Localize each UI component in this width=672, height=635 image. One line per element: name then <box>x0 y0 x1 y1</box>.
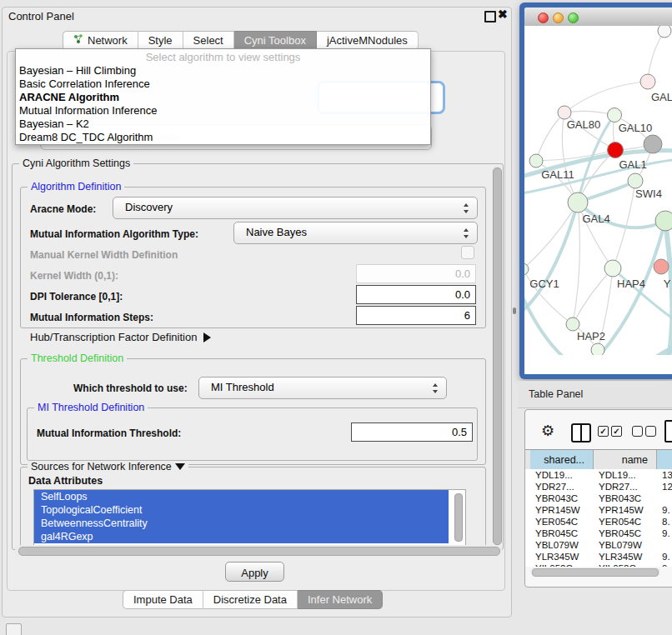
table-mode-icon[interactable] <box>664 420 672 442</box>
network-node-GAL10[interactable] <box>608 108 622 122</box>
checked-checkbox-icon[interactable]: ✓ <box>611 426 622 437</box>
table-cell: YLR345W <box>535 551 579 562</box>
column-header-shared[interactable]: shared... <box>530 450 594 470</box>
network-edge-thick[interactable] <box>524 202 578 314</box>
mi-steps-field[interactable] <box>356 306 476 325</box>
manual-kernel-width-checkbox[interactable] <box>461 246 474 259</box>
table-row[interactable]: YDR27...YDR27...12 <box>525 481 672 492</box>
tab-style[interactable]: Style <box>138 31 183 50</box>
tab-jactivemnodules[interactable]: jActiveMNodules <box>317 31 419 50</box>
algorithm-option-aracne-algorithm[interactable]: ARACNE Algorithm <box>16 91 430 104</box>
network-node-HAP4[interactable] <box>604 260 621 277</box>
tab-network[interactable]: Network <box>63 31 138 50</box>
column-header-3[interactable] <box>657 450 672 470</box>
unchecked-checkbox-icon[interactable] <box>645 426 656 437</box>
algorithm-dropdown-list: Bayesian – Hill ClimbingBasic Correlatio… <box>16 64 430 144</box>
network-node-n-bottom[interactable] <box>591 343 604 355</box>
network-edge[interactable] <box>536 112 564 161</box>
list-scrollbar-thumb[interactable] <box>454 493 463 542</box>
algorithm-option-dream8-dc-tdc-algorithm[interactable]: Dream8 DC_TDC Algorithm <box>16 131 430 144</box>
table-body: YDL19...YDL19...13YDR27...YDR27...12YBR0… <box>525 469 672 567</box>
which-threshold-combobox[interactable]: MI Threshold <box>198 377 447 399</box>
splitter-handle[interactable] <box>513 308 516 314</box>
attribute-item-selfloops[interactable]: SelfLoops <box>34 490 449 503</box>
tab-select[interactable]: Select <box>183 31 234 50</box>
table-panel-title: Table Panel <box>529 388 583 400</box>
attribute-item-topologicalcoefficient[interactable]: TopologicalCoefficient <box>34 503 449 517</box>
aracne-mode-label: Aracne Mode: <box>30 203 96 215</box>
tab-cyni-toolbox[interactable]: Cyni Toolbox <box>234 31 317 50</box>
network-node-GAL4[interactable] <box>568 192 588 212</box>
algorithm-option-bayesian-hill-climbing[interactable]: Bayesian – Hill Climbing <box>16 64 430 78</box>
settings-horizontal-scrollbar[interactable] <box>15 545 502 556</box>
checked-checkbox-icon[interactable]: ✓ <box>598 426 609 437</box>
settings-vertical-scrollbar[interactable] <box>492 166 502 546</box>
mi-threshold-field[interactable] <box>351 422 473 442</box>
combo-spinner-icon <box>433 383 439 393</box>
scrollbar-thumb[interactable] <box>532 568 659 577</box>
table-cell: 8. <box>662 516 670 528</box>
network-edge-thick[interactable] <box>641 346 672 355</box>
table-row[interactable]: YBR043CYBR043C <box>525 492 672 504</box>
network-edge[interactable] <box>564 82 648 112</box>
table-row[interactable]: YPR145WYPR145W9. <box>525 504 672 516</box>
dpi-tolerance-field[interactable] <box>356 285 476 304</box>
gear-icon[interactable]: ⚙ <box>541 422 554 440</box>
mac-minimize-button[interactable] <box>553 12 564 23</box>
network-node-gray-node[interactable] <box>644 135 662 153</box>
algorithm-option-mutual-information-inference[interactable]: Mutual Information Inference <box>16 104 430 118</box>
mi-algorithm-type-combobox[interactable]: Naive Bayes <box>233 222 478 244</box>
algorithm-option-basic-correlation-inference[interactable]: Basic Correlation Inference <box>16 78 430 91</box>
float-window-icon[interactable] <box>484 11 496 22</box>
tab-impute-data[interactable]: Impute Data <box>123 590 203 609</box>
network-canvas[interactable]: GALGAL80GAL10GAL1GAL11SWI4GAL4GCY1HAP4YH… <box>524 26 672 355</box>
network-node-n-top[interactable] <box>658 26 671 38</box>
scrollbar-thumb[interactable] <box>18 547 500 556</box>
attribute-item-betweennesscentrality[interactable]: BetweennessCentrality <box>34 517 449 530</box>
network-node-GAL80[interactable] <box>558 106 571 119</box>
table-horizontal-scrollbar[interactable] <box>530 568 660 576</box>
network-node-GAL1[interactable] <box>608 142 624 158</box>
tab-discretize-data[interactable]: Discretize Data <box>203 590 298 609</box>
network-node-GAL11[interactable] <box>529 154 543 168</box>
close-icon[interactable]: ✖ <box>498 8 508 21</box>
algorithm-option-bayesian-k2[interactable]: Bayesian – K2 <box>16 118 430 131</box>
tab-infer-network[interactable]: Infer Network <box>298 590 383 609</box>
network-node-pink-Y[interactable] <box>654 259 669 274</box>
table-cell: YBR045C <box>599 528 641 539</box>
mac-close-button[interactable] <box>538 12 549 23</box>
network-node-gal-pink[interactable] <box>640 74 655 89</box>
node-label-SWI4: SWI4 <box>635 188 662 200</box>
network-edge-thick[interactable] <box>613 268 672 322</box>
network-node-big-right[interactable] <box>655 211 672 231</box>
attribute-item-gal4rgexp[interactable]: gal4RGexp <box>34 530 449 543</box>
network-node-SWI4[interactable] <box>628 173 643 188</box>
network-edge[interactable] <box>648 31 664 82</box>
unchecked-checkbox-icon[interactable] <box>632 426 643 437</box>
table-cell: YIL052C <box>599 562 636 567</box>
network-edge[interactable] <box>524 202 578 269</box>
table-row[interactable]: YLR345WYLR345W9. <box>525 551 672 562</box>
corner-widget[interactable] <box>6 623 22 635</box>
aracne-mode-combobox[interactable]: Discovery <box>113 197 478 219</box>
sources-legend[interactable]: Sources for Network Inference <box>28 461 188 472</box>
cyni-algorithm-settings-legend: Cyni Algorithm Settings <box>19 158 133 169</box>
scrollbar-thumb[interactable] <box>493 168 502 545</box>
network-edge[interactable] <box>564 111 614 115</box>
table-row[interactable]: YER054CYER054C8. <box>525 516 672 528</box>
apply-button[interactable]: Apply <box>225 562 284 582</box>
mac-zoom-button[interactable] <box>568 12 579 23</box>
table-cell: YBR043C <box>599 492 641 504</box>
table-row[interactable]: YBR045CYBR045C9. <box>525 528 672 539</box>
table-cell: YDL19... <box>599 469 636 481</box>
hub-definition-toggle[interactable]: Hub/Transcription Factor Definition <box>30 331 211 343</box>
columns-icon[interactable] <box>571 423 591 442</box>
data-attributes-list[interactable]: SelfLoopsTopologicalCoefficientBetweenne… <box>33 489 466 546</box>
network-node-HAP2[interactable] <box>566 318 579 331</box>
kernel-width-field[interactable] <box>356 264 476 283</box>
column-header-name[interactable]: name <box>594 450 657 470</box>
combo-spinner-icon <box>464 228 469 238</box>
table-row[interactable]: YBL079WYBL079W <box>525 539 672 551</box>
table-row[interactable]: YDL19...YDL19...13 <box>525 469 672 481</box>
table-row[interactable]: YIL052CYIL052C9. <box>525 562 672 567</box>
